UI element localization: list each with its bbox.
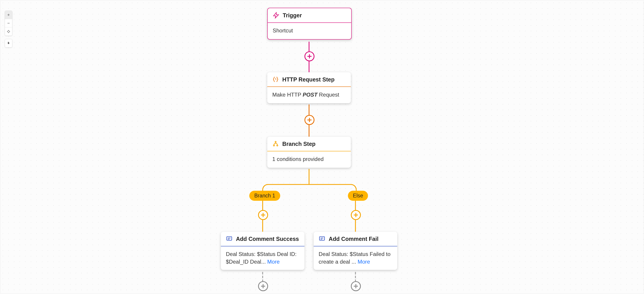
- add-step-branch1[interactable]: [258, 210, 268, 220]
- fail-more-link[interactable]: More: [358, 258, 370, 265]
- add-step-after-success[interactable]: [258, 281, 268, 291]
- http-body: Make HTTP POST Request: [267, 87, 351, 103]
- branch-title: Branch Step: [282, 141, 316, 147]
- svg-point-11: [275, 141, 276, 142]
- comment-icon: [319, 235, 325, 242]
- add-step-else[interactable]: [351, 210, 361, 220]
- trigger-body: Shortcut: [268, 23, 351, 39]
- fail-header: Add Comment Fail: [314, 232, 397, 246]
- svg-point-10: [277, 145, 278, 146]
- add-step-after-http[interactable]: [304, 115, 314, 125]
- add-step-after-trigger[interactable]: [304, 51, 314, 61]
- flow-stage: Trigger Shortcut HTTP Request Step Make …: [0, 0, 644, 294]
- http-header: HTTP Request Step: [267, 72, 351, 87]
- http-body-pre: Make HTTP: [272, 91, 303, 98]
- trigger-node[interactable]: Trigger Shortcut: [267, 8, 352, 39]
- edge-success-tail: [262, 272, 263, 282]
- comment-icon: [226, 235, 232, 242]
- branch-pill-branch1[interactable]: Branch 1: [249, 191, 280, 201]
- branch-node[interactable]: Branch Step 1 conditions provided: [267, 137, 351, 168]
- fail-body: Deal Status: $Status Failed to create a …: [314, 246, 397, 270]
- success-header: Add Comment Success: [221, 232, 304, 246]
- http-body-post: Request: [318, 91, 339, 98]
- svg-rect-13: [320, 237, 324, 240]
- add-step-after-fail[interactable]: [351, 281, 361, 291]
- svg-point-9: [274, 145, 274, 146]
- success-title: Add Comment Success: [236, 236, 299, 242]
- success-node[interactable]: Add Comment Success Deal Status: $Status…: [221, 232, 304, 270]
- lightning-icon: [273, 12, 280, 19]
- svg-rect-12: [227, 237, 232, 240]
- edge-branch-stem: [308, 169, 310, 185]
- fail-text: Deal Status: $Status Failed to create a …: [319, 251, 390, 265]
- svg-marker-8: [274, 13, 278, 18]
- http-method: POST: [303, 91, 318, 98]
- fail-node[interactable]: Add Comment Fail Deal Status: $Status Fa…: [314, 232, 397, 270]
- branch-icon: [272, 140, 279, 147]
- trigger-title: Trigger: [283, 12, 302, 19]
- flow-canvas[interactable]: Trigger Shortcut HTTP Request Step Make …: [0, 0, 644, 294]
- http-title: HTTP Request Step: [282, 76, 334, 83]
- branch-body: 1 conditions provided: [267, 151, 351, 168]
- http-icon: [272, 76, 279, 83]
- success-body: Deal Status: $Status Deal ID: $Deal_ID D…: [221, 246, 304, 270]
- branch-header: Branch Step: [267, 137, 351, 151]
- branch-pill-else[interactable]: Else: [348, 191, 368, 201]
- success-text: Deal Status: $Status Deal ID: $Deal_ID D…: [226, 251, 296, 265]
- fail-title: Add Comment Fail: [329, 236, 379, 242]
- trigger-header: Trigger: [268, 8, 351, 23]
- http-node[interactable]: HTTP Request Step Make HTTP POST Request: [267, 72, 351, 103]
- success-more-link[interactable]: More: [267, 258, 280, 265]
- edge-fail-tail: [355, 272, 356, 282]
